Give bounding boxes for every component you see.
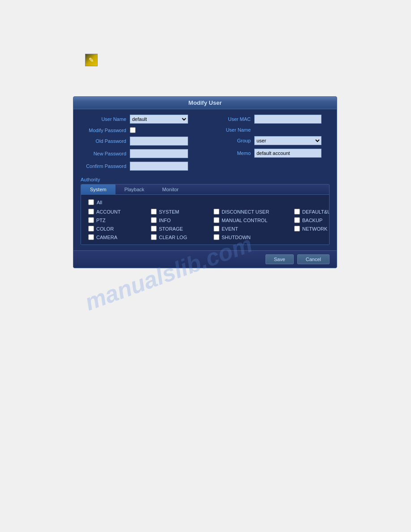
modify-password-label: Modify Password <box>81 128 130 133</box>
label-backup: BACKUP <box>302 218 322 223</box>
user-mac-input[interactable] <box>254 115 321 124</box>
perm-event: EVENT <box>214 226 294 232</box>
user-name-right-label: User Name <box>205 127 254 133</box>
label-storage: STORAGE <box>159 226 183 232</box>
perm-manual-control: MANUAL CONTROL <box>214 217 294 223</box>
perm-disconnect-user: DISCONNECT USER <box>214 209 294 215</box>
dialog-title-bar: Modify User <box>73 97 337 109</box>
user-name-label: User Name <box>81 116 130 122</box>
old-password-label: Old Password <box>81 138 130 144</box>
memo-input[interactable] <box>254 149 321 158</box>
memo-row: Memo <box>205 149 330 158</box>
perm-camera: CAMERA <box>88 234 151 240</box>
save-button[interactable]: Save <box>265 254 294 264</box>
label-camera: CAMERA <box>96 235 117 240</box>
new-password-row: New Password <box>81 149 205 158</box>
all-label: All <box>97 200 102 205</box>
confirm-password-row: Confirm Password <box>81 162 205 171</box>
group-label: Group <box>205 138 254 143</box>
perm-default-upgrade: DEFAULT&UPGRADE <box>294 209 330 215</box>
checkbox-storage[interactable] <box>151 226 157 232</box>
perm-network: NETWORK <box>294 226 330 232</box>
edit-icon[interactable]: ✎ <box>85 54 98 66</box>
label-info: INFO <box>159 218 171 223</box>
modify-password-checkbox[interactable] <box>130 127 136 133</box>
dialog-footer: Save Cancel <box>73 250 337 268</box>
all-checkbox[interactable] <box>88 199 94 205</box>
modify-user-dialog: Modify User User Name default Modify Pas… <box>73 96 337 268</box>
user-name-select[interactable]: default <box>130 115 188 124</box>
user-mac-row: User MAC <box>205 115 330 124</box>
confirm-password-input[interactable] <box>130 162 188 171</box>
checkbox-shutdown[interactable] <box>214 234 219 240</box>
authority-label: Authority <box>81 177 330 182</box>
new-password-label: New Password <box>81 151 130 156</box>
user-mac-label: User MAC <box>205 116 254 122</box>
checkbox-info[interactable] <box>151 217 157 223</box>
label-disconnect-user: DISCONNECT USER <box>222 209 269 215</box>
group-select[interactable]: user admin <box>254 136 321 145</box>
old-password-input[interactable] <box>130 137 188 146</box>
perm-clear-log: CLEAR LOG <box>151 234 214 240</box>
dialog-body: User Name default Modify Password Old Pa… <box>73 109 337 250</box>
permissions-grid: ACCOUNT SYSTEM DISCONNECT USER DEFA <box>88 209 322 240</box>
perm-placeholder <box>294 234 330 240</box>
all-row: All <box>88 199 322 205</box>
label-manual-control: MANUAL CONTROL <box>222 218 267 223</box>
label-network: NETWORK <box>302 226 327 232</box>
perm-ptz: PTZ <box>88 217 151 223</box>
authority-section: Authority System Playback Monitor All <box>81 177 330 245</box>
cancel-button[interactable]: Cancel <box>297 254 330 264</box>
dialog-title: Modify User <box>188 99 222 106</box>
checkbox-camera[interactable] <box>88 234 94 240</box>
group-row: Group user admin <box>205 136 330 145</box>
checkbox-disconnect-user[interactable] <box>214 209 219 215</box>
memo-label: Memo <box>205 150 254 156</box>
checkbox-account[interactable] <box>88 209 94 215</box>
checkbox-backup[interactable] <box>294 217 300 223</box>
checkbox-clear-log[interactable] <box>151 234 157 240</box>
checkbox-manual-control[interactable] <box>214 217 219 223</box>
user-name-right-row: User Name <box>205 127 330 133</box>
label-event: EVENT <box>222 226 238 232</box>
confirm-password-label: Confirm Password <box>81 163 130 169</box>
perm-backup: BACKUP <box>294 217 330 223</box>
pencil-icon: ✎ <box>89 56 94 64</box>
perm-system: SYSTEM <box>151 209 214 215</box>
checkbox-color[interactable] <box>88 226 94 232</box>
perm-account: ACCOUNT <box>88 209 151 215</box>
checkbox-default-upgrade[interactable] <box>294 209 300 215</box>
checkbox-system[interactable] <box>151 209 157 215</box>
right-column: User MAC User Name Group user admin <box>205 115 330 174</box>
left-column: User Name default Modify Password Old Pa… <box>81 115 205 174</box>
label-color: COLOR <box>96 226 114 232</box>
perm-info: INFO <box>151 217 214 223</box>
label-shutdown: SHUTDOWN <box>222 235 251 240</box>
perm-shutdown: SHUTDOWN <box>214 234 294 240</box>
label-default-upgrade: DEFAULT&UPGRADE <box>302 209 330 215</box>
tab-system[interactable]: System <box>81 184 116 194</box>
tab-monitor[interactable]: Monitor <box>153 184 188 194</box>
checkbox-event[interactable] <box>214 226 219 232</box>
checkbox-network[interactable] <box>294 226 300 232</box>
perm-storage: STORAGE <box>151 226 214 232</box>
label-system: SYSTEM <box>159 209 179 215</box>
label-account: ACCOUNT <box>96 209 120 215</box>
user-name-row: User Name default <box>81 115 205 124</box>
tab-playback[interactable]: Playback <box>116 184 154 194</box>
authority-tabs: System Playback Monitor <box>81 184 329 195</box>
label-clear-log: CLEAR LOG <box>159 235 187 240</box>
checkbox-ptz[interactable] <box>88 217 94 223</box>
authority-content: All ACCOUNT SYSTEM <box>81 195 329 245</box>
modify-password-row: Modify Password <box>81 127 205 133</box>
label-ptz: PTZ <box>96 218 106 223</box>
authority-tabs-container: System Playback Monitor All <box>81 184 330 245</box>
new-password-input[interactable] <box>130 149 188 158</box>
old-password-row: Old Password <box>81 137 205 146</box>
perm-color: COLOR <box>88 226 151 232</box>
